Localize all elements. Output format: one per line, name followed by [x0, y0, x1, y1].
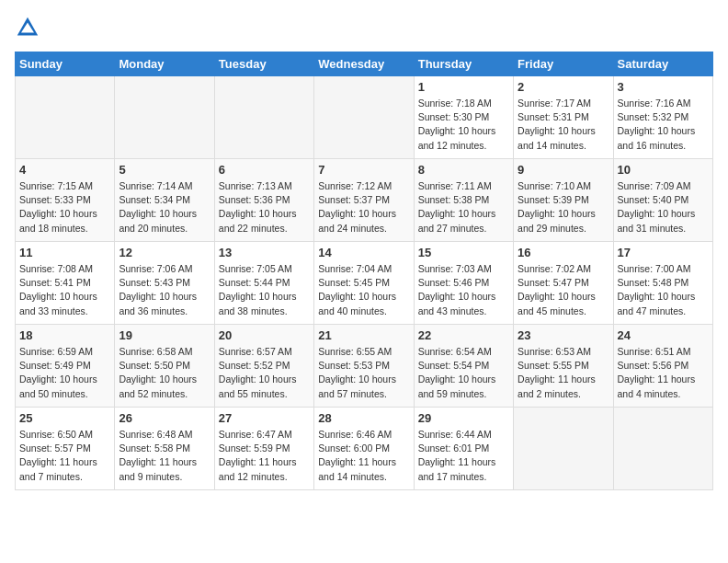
day-number: 24	[618, 328, 709, 342]
calendar-cell	[115, 76, 214, 159]
calendar-cell: 4Sunrise: 7:15 AM Sunset: 5:33 PM Daylig…	[16, 159, 115, 242]
day-number: 23	[518, 328, 609, 342]
day-info: Sunrise: 7:17 AM Sunset: 5:31 PM Dayligh…	[518, 97, 609, 153]
day-number: 18	[19, 328, 110, 342]
day-number: 5	[119, 163, 210, 177]
day-info: Sunrise: 6:50 AM Sunset: 5:57 PM Dayligh…	[19, 428, 110, 484]
calendar-cell: 23Sunrise: 6:53 AM Sunset: 5:55 PM Dayli…	[514, 325, 613, 408]
logo	[15, 15, 44, 40]
day-number: 10	[618, 163, 709, 177]
calendar-week-row: 1Sunrise: 7:18 AM Sunset: 5:30 PM Daylig…	[16, 76, 713, 159]
day-info: Sunrise: 7:08 AM Sunset: 5:41 PM Dayligh…	[19, 262, 110, 318]
day-info: Sunrise: 7:12 AM Sunset: 5:37 PM Dayligh…	[318, 179, 409, 236]
weekday-header: Friday	[514, 52, 613, 76]
day-number: 2	[518, 80, 609, 94]
day-number: 11	[19, 246, 110, 259]
calendar-cell: 2Sunrise: 7:17 AM Sunset: 5:31 PM Daylig…	[514, 76, 613, 159]
calendar-cell: 11Sunrise: 7:08 AM Sunset: 5:41 PM Dayli…	[16, 242, 115, 325]
calendar-cell: 29Sunrise: 6:44 AM Sunset: 6:01 PM Dayli…	[414, 408, 513, 490]
calendar-cell: 24Sunrise: 6:51 AM Sunset: 5:56 PM Dayli…	[613, 325, 712, 408]
day-number: 13	[219, 246, 310, 259]
day-number: 20	[219, 328, 310, 342]
calendar-cell: 5Sunrise: 7:14 AM Sunset: 5:34 PM Daylig…	[115, 159, 214, 242]
day-number: 17	[618, 246, 709, 259]
day-info: Sunrise: 7:00 AM Sunset: 5:48 PM Dayligh…	[618, 262, 709, 318]
day-info: Sunrise: 6:54 AM Sunset: 5:54 PM Dayligh…	[418, 345, 509, 401]
day-info: Sunrise: 6:47 AM Sunset: 5:59 PM Dayligh…	[219, 428, 310, 484]
day-info: Sunrise: 6:46 AM Sunset: 6:00 PM Dayligh…	[318, 428, 409, 484]
calendar-cell	[613, 408, 712, 490]
logo-icon	[15, 15, 40, 40]
day-number: 26	[119, 411, 210, 425]
day-number: 16	[518, 246, 609, 259]
day-number: 9	[518, 163, 609, 177]
day-info: Sunrise: 6:51 AM Sunset: 5:56 PM Dayligh…	[618, 345, 709, 401]
calendar-body: 1Sunrise: 7:18 AM Sunset: 5:30 PM Daylig…	[16, 76, 713, 490]
calendar-week-row: 11Sunrise: 7:08 AM Sunset: 5:41 PM Dayli…	[16, 242, 713, 325]
calendar-cell: 13Sunrise: 7:05 AM Sunset: 5:44 PM Dayli…	[214, 242, 313, 325]
day-info: Sunrise: 7:04 AM Sunset: 5:45 PM Dayligh…	[318, 262, 409, 318]
calendar-cell: 17Sunrise: 7:00 AM Sunset: 5:48 PM Dayli…	[613, 242, 712, 325]
day-number: 8	[418, 163, 509, 177]
calendar-cell: 12Sunrise: 7:06 AM Sunset: 5:43 PM Dayli…	[115, 242, 214, 325]
day-info: Sunrise: 7:10 AM Sunset: 5:39 PM Dayligh…	[518, 179, 609, 236]
calendar-cell: 3Sunrise: 7:16 AM Sunset: 5:32 PM Daylig…	[613, 76, 712, 159]
calendar-table: SundayMondayTuesdayWednesdayThursdayFrid…	[15, 52, 713, 490]
calendar-cell: 8Sunrise: 7:11 AM Sunset: 5:38 PM Daylig…	[414, 159, 513, 242]
day-info: Sunrise: 7:13 AM Sunset: 5:36 PM Dayligh…	[219, 179, 310, 236]
day-info: Sunrise: 6:53 AM Sunset: 5:55 PM Dayligh…	[518, 345, 609, 401]
day-info: Sunrise: 7:15 AM Sunset: 5:33 PM Dayligh…	[19, 179, 110, 236]
day-info: Sunrise: 6:59 AM Sunset: 5:49 PM Dayligh…	[19, 345, 110, 401]
calendar-week-row: 18Sunrise: 6:59 AM Sunset: 5:49 PM Dayli…	[16, 325, 713, 408]
calendar-cell: 28Sunrise: 6:46 AM Sunset: 6:00 PM Dayli…	[314, 408, 414, 490]
calendar-cell	[16, 76, 115, 159]
day-number: 21	[318, 328, 409, 342]
day-info: Sunrise: 7:11 AM Sunset: 5:38 PM Dayligh…	[418, 179, 509, 236]
day-info: Sunrise: 7:18 AM Sunset: 5:30 PM Dayligh…	[418, 97, 509, 153]
calendar-cell: 15Sunrise: 7:03 AM Sunset: 5:46 PM Dayli…	[414, 242, 513, 325]
calendar-cell: 22Sunrise: 6:54 AM Sunset: 5:54 PM Dayli…	[414, 325, 513, 408]
day-number: 1	[418, 80, 509, 94]
day-info: Sunrise: 6:44 AM Sunset: 6:01 PM Dayligh…	[418, 428, 509, 484]
calendar-cell	[514, 408, 613, 490]
calendar-cell: 1Sunrise: 7:18 AM Sunset: 5:30 PM Daylig…	[414, 76, 513, 159]
day-info: Sunrise: 7:02 AM Sunset: 5:47 PM Dayligh…	[518, 262, 609, 318]
calendar-cell: 14Sunrise: 7:04 AM Sunset: 5:45 PM Dayli…	[314, 242, 414, 325]
weekday-header: Sunday	[16, 52, 115, 76]
calendar-cell: 20Sunrise: 6:57 AM Sunset: 5:52 PM Dayli…	[214, 325, 313, 408]
calendar-header: SundayMondayTuesdayWednesdayThursdayFrid…	[16, 52, 713, 76]
day-info: Sunrise: 7:14 AM Sunset: 5:34 PM Dayligh…	[119, 179, 210, 236]
day-info: Sunrise: 7:09 AM Sunset: 5:40 PM Dayligh…	[618, 179, 709, 236]
calendar-cell: 25Sunrise: 6:50 AM Sunset: 5:57 PM Dayli…	[16, 408, 115, 490]
day-info: Sunrise: 7:05 AM Sunset: 5:44 PM Dayligh…	[219, 262, 310, 318]
day-number: 6	[219, 163, 310, 177]
day-number: 7	[318, 163, 409, 177]
weekday-header: Thursday	[414, 52, 513, 76]
day-number: 14	[318, 246, 409, 259]
calendar-cell	[314, 76, 414, 159]
calendar-cell: 26Sunrise: 6:48 AM Sunset: 5:58 PM Dayli…	[115, 408, 214, 490]
weekday-header: Saturday	[613, 52, 712, 76]
calendar-cell: 10Sunrise: 7:09 AM Sunset: 5:40 PM Dayli…	[613, 159, 712, 242]
day-info: Sunrise: 6:58 AM Sunset: 5:50 PM Dayligh…	[119, 345, 210, 401]
calendar-cell: 7Sunrise: 7:12 AM Sunset: 5:37 PM Daylig…	[314, 159, 414, 242]
day-number: 3	[618, 80, 709, 94]
calendar-week-row: 25Sunrise: 6:50 AM Sunset: 5:57 PM Dayli…	[16, 408, 713, 490]
day-number: 27	[219, 411, 310, 425]
day-info: Sunrise: 7:06 AM Sunset: 5:43 PM Dayligh…	[119, 262, 210, 318]
weekday-row: SundayMondayTuesdayWednesdayThursdayFrid…	[16, 52, 713, 76]
day-number: 29	[418, 411, 509, 425]
weekday-header: Wednesday	[314, 52, 414, 76]
calendar-cell	[214, 76, 313, 159]
day-number: 12	[119, 246, 210, 259]
day-number: 4	[19, 163, 110, 177]
day-info: Sunrise: 7:16 AM Sunset: 5:32 PM Dayligh…	[618, 97, 709, 153]
day-info: Sunrise: 6:57 AM Sunset: 5:52 PM Dayligh…	[219, 345, 310, 401]
day-number: 15	[418, 246, 509, 259]
day-number: 22	[418, 328, 509, 342]
day-number: 19	[119, 328, 210, 342]
calendar-cell: 6Sunrise: 7:13 AM Sunset: 5:36 PM Daylig…	[214, 159, 313, 242]
calendar-cell: 18Sunrise: 6:59 AM Sunset: 5:49 PM Dayli…	[16, 325, 115, 408]
weekday-header: Monday	[115, 52, 214, 76]
day-info: Sunrise: 6:55 AM Sunset: 5:53 PM Dayligh…	[318, 345, 409, 401]
